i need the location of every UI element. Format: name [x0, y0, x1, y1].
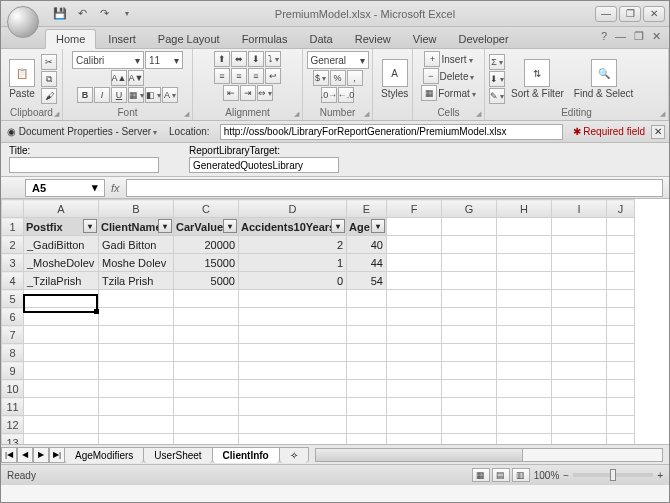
decrease-decimal-icon[interactable]: ←.0 [338, 87, 354, 103]
cell[interactable] [24, 290, 99, 308]
filter-icon[interactable]: ▾ [331, 219, 345, 233]
qat-redo-icon[interactable]: ↷ [95, 5, 113, 23]
wrap-text-icon[interactable]: ↩ [265, 68, 281, 84]
col-header-e[interactable]: E [347, 200, 387, 218]
help-icon[interactable]: ? [601, 30, 607, 43]
col-header-j[interactable]: J [607, 200, 635, 218]
col-header-i[interactable]: I [552, 200, 607, 218]
increase-indent-icon[interactable]: ⇥ [240, 85, 256, 101]
table-header-accidents[interactable]: Accidents10Years▾ [239, 218, 347, 236]
docprops-close-icon[interactable]: ✕ [651, 125, 665, 139]
tab-developer[interactable]: Developer [448, 30, 518, 48]
tab-review[interactable]: Review [345, 30, 401, 48]
mdi-close-icon[interactable]: ✕ [652, 30, 661, 43]
row-header[interactable]: 10 [2, 380, 24, 398]
fill-color-button[interactable]: ◧ [145, 87, 161, 103]
view-layout-icon[interactable]: ▤ [492, 468, 510, 482]
number-format-combo[interactable]: General▾ [307, 51, 369, 69]
table-header-clientname[interactable]: ClientName▾ [99, 218, 174, 236]
row-header[interactable]: 4 [2, 272, 24, 290]
sheet-nav-next-icon[interactable]: ▶ [33, 447, 49, 463]
cell[interactable]: 15000 [174, 254, 239, 272]
view-normal-icon[interactable]: ▦ [472, 468, 490, 482]
percent-format-icon[interactable]: % [330, 70, 346, 86]
location-input[interactable] [220, 124, 563, 140]
row-header[interactable]: 8 [2, 344, 24, 362]
cell[interactable]: 5000 [174, 272, 239, 290]
bold-button[interactable]: B [77, 87, 93, 103]
font-name-combo[interactable]: Calibri▾ [72, 51, 144, 69]
formula-bar[interactable] [126, 179, 663, 197]
sheet-nav-prev-icon[interactable]: ◀ [17, 447, 33, 463]
row-header[interactable]: 9 [2, 362, 24, 380]
border-button[interactable]: ▦ [128, 87, 144, 103]
office-button[interactable] [7, 6, 39, 38]
sheet-nav-last-icon[interactable]: ▶| [49, 447, 65, 463]
row-header[interactable]: 13 [2, 434, 24, 446]
fx-icon[interactable]: fx [111, 182, 120, 194]
cell[interactable]: 54 [347, 272, 387, 290]
cell[interactable]: 2 [239, 236, 347, 254]
accounting-format-icon[interactable]: $ [313, 70, 329, 86]
name-box[interactable]: A5▾ [25, 179, 105, 197]
tab-home[interactable]: Home [45, 29, 96, 49]
align-center-icon[interactable]: ≡ [231, 68, 247, 84]
shrink-font-icon[interactable]: A▼ [128, 70, 144, 86]
sheet-tab-usersheet[interactable]: UserSheet [143, 447, 212, 463]
align-left-icon[interactable]: ≡ [214, 68, 230, 84]
col-header-g[interactable]: G [442, 200, 497, 218]
row-header[interactable]: 2 [2, 236, 24, 254]
table-header-postfix[interactable]: Postfix▾ [24, 218, 99, 236]
grow-font-icon[interactable]: A▲ [111, 70, 127, 86]
cell[interactable]: 20000 [174, 236, 239, 254]
delete-cells-icon[interactable]: − [423, 68, 439, 84]
col-header-a[interactable]: A [24, 200, 99, 218]
align-bottom-icon[interactable]: ⬇ [248, 51, 264, 67]
target-field-input[interactable] [189, 157, 339, 173]
qat-save-icon[interactable]: 💾 [51, 5, 69, 23]
row-header[interactable]: 12 [2, 416, 24, 434]
tab-formulas[interactable]: Formulas [232, 30, 298, 48]
col-header-d[interactable]: D [239, 200, 347, 218]
zoom-out-icon[interactable]: − [563, 470, 569, 481]
cell[interactable]: _MosheDolev [24, 254, 99, 272]
filter-icon[interactable]: ▾ [371, 219, 385, 233]
paste-button[interactable]: 📋 Paste [5, 57, 39, 101]
row-header[interactable]: 3 [2, 254, 24, 272]
horizontal-scrollbar[interactable] [315, 448, 663, 462]
format-cells-button[interactable]: Format [438, 88, 476, 99]
cell[interactable]: 0 [239, 272, 347, 290]
col-header-h[interactable]: H [497, 200, 552, 218]
copy-icon[interactable]: ⧉ [41, 71, 57, 87]
insert-cells-button[interactable]: Insert [441, 54, 472, 65]
decrease-indent-icon[interactable]: ⇤ [223, 85, 239, 101]
cell[interactable]: 1 [239, 254, 347, 272]
underline-button[interactable]: U [111, 87, 127, 103]
sheet-tab-agemodifiers[interactable]: AgeModifiers [64, 447, 144, 463]
minimize-button[interactable]: — [595, 6, 617, 22]
align-top-icon[interactable]: ⬆ [214, 51, 230, 67]
tab-insert[interactable]: Insert [98, 30, 146, 48]
sort-filter-button[interactable]: ⇅ Sort & Filter [507, 57, 568, 101]
tab-view[interactable]: View [403, 30, 447, 48]
clear-icon[interactable]: ✎ [489, 88, 505, 104]
row-header[interactable]: 1 [2, 218, 24, 236]
qat-customize-icon[interactable] [117, 5, 135, 23]
close-button[interactable]: ✕ [643, 6, 665, 22]
insert-cells-icon[interactable]: + [424, 51, 440, 67]
cell[interactable]: Tzila Prish [99, 272, 174, 290]
col-header-b[interactable]: B [99, 200, 174, 218]
italic-button[interactable]: I [94, 87, 110, 103]
cell[interactable]: _TzilaPrish [24, 272, 99, 290]
title-field-input[interactable] [9, 157, 159, 173]
font-color-button[interactable]: A [162, 87, 178, 103]
row-header[interactable]: 5 [2, 290, 24, 308]
format-painter-icon[interactable]: 🖌 [41, 88, 57, 104]
orientation-icon[interactable]: ⤵ [265, 51, 281, 67]
autosum-icon[interactable]: Σ [489, 54, 505, 70]
merge-center-icon[interactable]: ⇔ [257, 85, 273, 101]
col-header-f[interactable]: F [387, 200, 442, 218]
cell[interactable]: 44 [347, 254, 387, 272]
worksheet-grid[interactable]: A B C D E F G H I J 1 Postfix▾ ClientNam… [1, 199, 635, 445]
sheet-tab-insert-icon[interactable]: ✧ [279, 447, 309, 463]
